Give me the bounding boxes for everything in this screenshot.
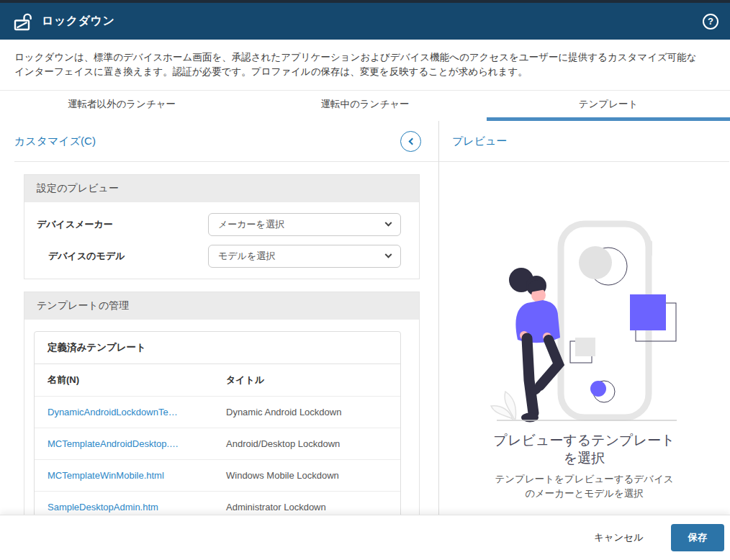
- device-model-row: デバイスのモデル モデルを選択: [24, 240, 419, 272]
- table-row: MCTemplateWinMobile.html Windows Mobile …: [35, 459, 400, 491]
- device-manufacturer-value: メーカーを選択: [218, 218, 284, 231]
- predefined-templates-card: 定義済みテンプレート 名前(N) タイトル DynamicAndroidLock…: [34, 331, 401, 515]
- template-link[interactable]: MCTemplateWinMobile.html: [48, 470, 164, 481]
- template-title: Windows Mobile Lockdown: [226, 470, 387, 481]
- preview-panel-header: プレビュー: [439, 121, 729, 162]
- table-row: MCTemplateAndroidDesktop.… Android/Deskt…: [35, 428, 400, 459]
- tab-driving-launcher[interactable]: 運転中のランチャー: [243, 91, 487, 121]
- table-row: DynamicAndroidLockdownTe… Dynamic Androi…: [35, 396, 400, 428]
- preview-title: プレビュー: [452, 135, 507, 148]
- empty-state-subtext: テンプレートをプレビューするデバイス のメーカーとモデルを選択: [439, 472, 729, 501]
- template-title: Administrator Lockdown: [226, 502, 387, 512]
- preview-empty-state: プレビューするテンプレート を選択 テンプレートをプレビューするデバイス のメー…: [439, 162, 729, 501]
- predefined-templates-title: 定義済みテンプレート: [35, 332, 400, 364]
- template-title: Dynamic Android Lockdown: [226, 407, 387, 417]
- column-header-name: 名前(N): [48, 374, 226, 387]
- tab-templates[interactable]: テンプレート: [487, 91, 730, 121]
- empty-heading-line-2: を選択: [439, 449, 729, 467]
- chevron-left-icon: [408, 137, 415, 145]
- preview-settings-body: デバイスメーカー メーカーを選択 デバイスのモデル モデルを選択: [24, 202, 419, 279]
- table-row: SampleDesktopAdmin.htm Administrator Loc…: [35, 491, 400, 515]
- chevron-down-icon: [385, 250, 392, 258]
- template-link[interactable]: MCTemplateAndroidDesktop.…: [48, 438, 179, 449]
- customize-title: カスタマイズ(C): [14, 135, 96, 148]
- template-management-header: テンプレートの管理: [24, 292, 419, 320]
- device-manufacturer-row: デバイスメーカー メーカーを選択: [24, 209, 419, 240]
- cancel-button[interactable]: キャンセル: [594, 531, 644, 544]
- template-table-header: 名前(N) タイトル: [35, 364, 400, 396]
- lockdown-unlock-icon: [13, 12, 33, 32]
- column-header-title: タイトル: [226, 374, 387, 387]
- device-model-select[interactable]: モデルを選択: [208, 245, 401, 268]
- tab-non-driver-launcher[interactable]: 運転者以外のランチャー: [0, 91, 243, 121]
- page-description: ロックダウンは、標準のデバイスホーム画面を、承認されたアプリケーションおよびデバ…: [0, 40, 730, 91]
- app-header: ロックダウン ?: [0, 3, 730, 40]
- empty-subtext-line-1: テンプレートをプレビューするデバイス: [439, 472, 729, 487]
- tab-bar: 運転者以外のランチャー 運転中のランチャー テンプレート: [0, 91, 730, 121]
- preview-settings-header: 設定のプレビュー: [24, 175, 419, 202]
- page-title: ロックダウン: [42, 14, 114, 29]
- preview-settings-section: 設定のプレビュー デバイスメーカー メーカーを選択 デバイスのモデル モデルを選…: [24, 174, 420, 279]
- description-line-2: インターフェイスに置き換えます。認証が必要です。プロファイルの保存は、変更を反映…: [14, 65, 716, 79]
- device-manufacturer-label: デバイスメーカー: [37, 218, 208, 231]
- main-content: カスタマイズ(C) 設定のプレビュー デバイスメーカー メーカーを選択 デバイス…: [0, 121, 730, 515]
- empty-subtext-line-2: のメーカーとモデルを選択: [439, 487, 729, 501]
- help-icon[interactable]: ?: [703, 14, 718, 30]
- device-manufacturer-select[interactable]: メーカーを選択: [208, 213, 401, 236]
- save-button[interactable]: 保存: [671, 524, 724, 551]
- customize-panel: カスタマイズ(C) 設定のプレビュー デバイスメーカー メーカーを選択 デバイス…: [0, 121, 439, 515]
- chevron-down-icon: [385, 219, 392, 226]
- template-title: Android/Desktop Lockdown: [226, 438, 387, 449]
- template-link[interactable]: SampleDesktopAdmin.htm: [48, 502, 158, 512]
- phone-person-illustration: [477, 209, 693, 425]
- description-line-1: ロックダウンは、標準のデバイスホーム画面を、承認されたアプリケーションおよびデバ…: [14, 50, 716, 65]
- preview-panel: プレビュー: [439, 121, 729, 515]
- device-model-label: デバイスのモデル: [37, 250, 208, 263]
- device-model-value: モデルを選択: [218, 250, 275, 263]
- template-link[interactable]: DynamicAndroidLockdownTe…: [48, 407, 178, 417]
- collapse-panel-button[interactable]: [400, 131, 421, 152]
- template-management-section: テンプレートの管理 定義済みテンプレート 名前(N) タイトル DynamicA…: [24, 292, 420, 515]
- template-card-wrap: 定義済みテンプレート 名前(N) タイトル DynamicAndroidLock…: [24, 320, 419, 515]
- empty-state-heading: プレビューするテンプレート を選択: [439, 431, 729, 467]
- empty-heading-line-1: プレビューするテンプレート: [439, 431, 729, 449]
- customize-panel-header: カスタマイズ(C): [14, 121, 438, 162]
- footer-bar: キャンセル 保存: [0, 515, 730, 560]
